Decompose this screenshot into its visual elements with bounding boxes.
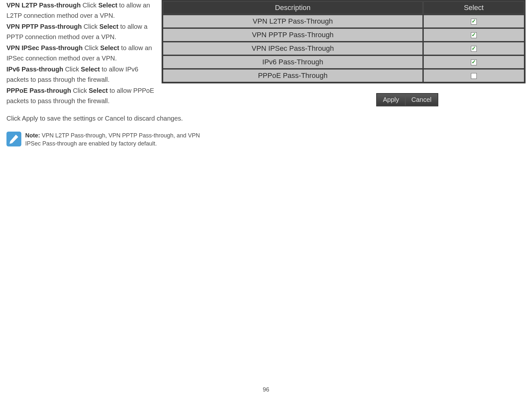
desc-title: VPN L2TP Pass-through xyxy=(6,2,81,9)
cancel-button[interactable]: Cancel xyxy=(405,94,438,106)
table-cell-select xyxy=(423,28,524,41)
note-text: Note: VPN L2TP Pass-through, VPN PPTP Pa… xyxy=(25,132,206,148)
note-block: Note: VPN L2TP Pass-through, VPN PPTP Pa… xyxy=(6,132,526,148)
apply-cancel-instruction: Click Apply to save the settings or Canc… xyxy=(6,113,526,124)
table-cell-select xyxy=(423,15,524,28)
button-group: Apply Cancel xyxy=(376,93,438,106)
table-row: VPN PPTP Pass-Through xyxy=(163,28,524,41)
table-cell-description: VPN PPTP Pass-Through xyxy=(163,28,423,41)
checkbox[interactable] xyxy=(471,32,477,38)
checkbox[interactable] xyxy=(471,19,477,25)
desc-item: VPN L2TP Pass-through Click Select to al… xyxy=(6,0,155,21)
description-column: VPN L2TP Pass-through Click Select to al… xyxy=(6,0,155,107)
table-cell-select xyxy=(423,56,524,69)
table-cell-description: PPPoE Pass-Through xyxy=(163,69,423,82)
table-row: PPPoE Pass-Through xyxy=(163,69,524,82)
table-cell-description: IPv6 Pass-Through xyxy=(163,56,423,69)
checkbox[interactable] xyxy=(471,73,477,79)
page-number: 96 xyxy=(263,386,269,393)
table-cell-description: VPN IPSec Pass-Through xyxy=(163,42,423,55)
table-row: IPv6 Pass-Through xyxy=(163,56,524,69)
table-header-select: Select xyxy=(423,1,524,14)
table-cell-select xyxy=(423,69,524,82)
desc-item: VPN IPSec Pass-through Click Select to a… xyxy=(6,43,155,63)
note-icon xyxy=(6,132,21,146)
desc-title: VPN PPTP Pass-through xyxy=(6,23,82,30)
apply-button[interactable]: Apply xyxy=(377,94,405,106)
desc-item: IPv6 Pass-through Click Select to allow … xyxy=(6,64,155,85)
desc-item: PPPoE Pass-through Click Select to allow… xyxy=(6,85,155,106)
desc-title: IPv6 Pass-through xyxy=(6,66,63,73)
desc-title: VPN IPSec Pass-through xyxy=(6,44,83,51)
checkbox[interactable] xyxy=(471,59,477,65)
checkbox[interactable] xyxy=(471,46,477,52)
desc-item: VPN PPTP Pass-through Click Select to al… xyxy=(6,21,155,42)
table-row: VPN IPSec Pass-Through xyxy=(163,42,524,55)
table-header-description: Description xyxy=(163,1,423,14)
passthrough-table: Description Select VPN L2TP Pass-Through… xyxy=(162,0,526,83)
table-cell-select xyxy=(423,42,524,55)
table-cell-description: VPN L2TP Pass-Through xyxy=(163,15,423,28)
table-row: VPN L2TP Pass-Through xyxy=(163,15,524,28)
desc-title: PPPoE Pass-through xyxy=(6,87,71,94)
